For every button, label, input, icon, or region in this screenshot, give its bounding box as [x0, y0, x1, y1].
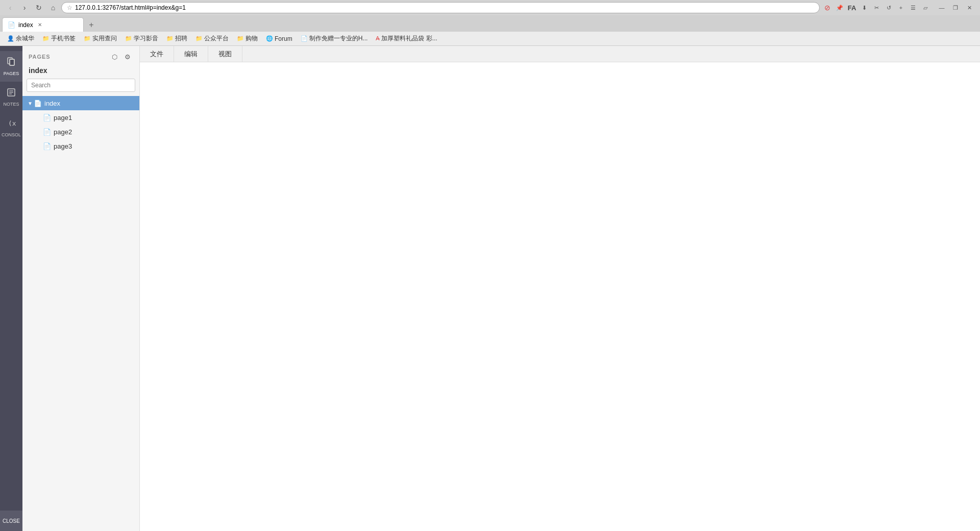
sidebar-item-pages[interactable]: PAGES: [0, 51, 22, 82]
bookmark-label-query: 实用查问: [92, 34, 117, 43]
notes-icon: [6, 87, 16, 100]
new-tab-button[interactable]: +: [85, 18, 98, 32]
bookmarks-bar: 👤 余城华 📁 手机书签 📁 实用查问 📁 学习影音 📁 招聘 📁 公众平台 📁…: [0, 32, 980, 46]
bookmark-icon-folder2: 📁: [84, 35, 91, 42]
menu-view[interactable]: 视图: [208, 46, 242, 62]
bookmark-label-doc2: 加厚塑料礼品袋 彩...: [381, 34, 437, 43]
tabs-row: 📄 index ✕ +: [0, 15, 980, 32]
forward-button[interactable]: ›: [18, 2, 31, 14]
bookmark-shop[interactable]: 📁 购物: [234, 33, 261, 44]
tree-item-page2[interactable]: ▶ 📄 page2: [22, 125, 139, 139]
address-input[interactable]: [75, 4, 814, 11]
svg-text:(x): (x): [8, 119, 16, 127]
svg-rect-1: [10, 59, 14, 65]
content-body: [140, 62, 980, 531]
bookmark-label-yuchenghua: 余城华: [16, 34, 34, 43]
pages-icon: [6, 57, 16, 69]
menu-file[interactable]: 文件: [140, 46, 174, 62]
close-label: CLOSE: [3, 518, 20, 524]
tree-arrow-index: ▼: [27, 101, 34, 106]
pages-panel-header: PAGES ⬡ ⚙: [22, 46, 139, 65]
tree-item-page3[interactable]: ▶ 📄 page3: [22, 139, 139, 153]
home-button[interactable]: ⌂: [47, 2, 59, 14]
sidebar-toggle-icon[interactable]: ▱: [920, 2, 931, 13]
tree-label-page3: page3: [54, 142, 72, 150]
restore-button[interactable]: ❐: [949, 2, 962, 14]
tree-item-index[interactable]: ▼ 📄 index: [22, 96, 139, 110]
tree-folder-icon-index: 📄: [34, 100, 42, 107]
close-button-bottom[interactable]: CLOSE: [0, 511, 22, 531]
bookmark-icon-doc1: 📄: [301, 35, 308, 42]
tab-title: index: [18, 21, 33, 29]
download-icon[interactable]: ⬇: [859, 2, 870, 13]
notes-label: NOTES: [3, 102, 19, 107]
search-box: [27, 79, 135, 92]
tree-file-icon-page1: 📄: [43, 114, 51, 122]
bookmark-icon-user: 👤: [7, 35, 14, 42]
close-button[interactable]: ✕: [963, 2, 976, 14]
extension-icon-3[interactable]: FA: [846, 2, 857, 13]
tree-file-icon-page2: 📄: [43, 128, 51, 136]
browser-window: ‹ › ↻ ⌂ ☆ ⊘ 📌 FA ⬇ ✂ ↺ + ☰ ▱ — ❐ ✕ 📄 ind…: [0, 0, 980, 531]
browser-tab-index[interactable]: 📄 index ✕: [2, 17, 84, 32]
pages-panel-actions: ⬡ ⚙: [109, 51, 133, 62]
scissors-icon[interactable]: ✂: [871, 2, 882, 13]
bookmark-doc2[interactable]: A̶ 加厚塑料礼品袋 彩...: [373, 33, 440, 44]
console-icon: (x): [6, 118, 16, 131]
bookmark-icon-doc2: A̶: [376, 35, 380, 42]
bookmark-icon-folder6: 📁: [237, 35, 244, 42]
tab-icon: 📄: [8, 21, 15, 29]
add-icon[interactable]: +: [895, 2, 906, 13]
bookmark-icon-folder1: 📁: [42, 35, 50, 42]
bookmark-learning[interactable]: 📁 学习影音: [122, 33, 161, 44]
back-button[interactable]: ‹: [4, 2, 16, 14]
toolbar-right: ⊘ 📌 FA ⬇ ✂ ↺ + ☰ ▱: [822, 2, 931, 13]
bookmark-icon-folder4: 📁: [166, 35, 174, 42]
tree-label-index: index: [44, 100, 60, 107]
tree-file-icon-page3: 📄: [43, 142, 51, 150]
bookmark-label-doc1: 制作免赠一专业的H...: [309, 34, 368, 43]
menu-lines-icon[interactable]: ☰: [908, 2, 919, 13]
bookmark-mobile[interactable]: 📁 手机书签: [39, 33, 79, 44]
pages-label: PAGES: [4, 71, 19, 76]
pages-panel-name: index: [22, 65, 139, 79]
pages-panel-title: PAGES: [29, 54, 51, 60]
search-input[interactable]: [31, 82, 131, 89]
console-label: CONSOL: [2, 132, 21, 137]
bookmark-label-platform: 公众平台: [204, 34, 229, 43]
tab-close-button[interactable]: ✕: [36, 21, 43, 29]
bookmark-label-learning: 学习影音: [134, 34, 158, 43]
bookmark-forum[interactable]: 🌐 Forum: [263, 34, 296, 43]
sidebar-icons: PAGES NOTES (x): [0, 46, 22, 531]
tree-container: ▼ 📄 index ▶ 📄 page1 ▶ 📄 page2: [22, 96, 139, 531]
sidebar-item-notes[interactable]: NOTES: [0, 82, 22, 112]
tree-item-page1[interactable]: ▶ 📄 page1: [22, 110, 139, 125]
title-bar: ‹ › ↻ ⌂ ☆ ⊘ 📌 FA ⬇ ✂ ↺ + ☰ ▱ — ❐ ✕: [0, 0, 980, 15]
reload-button[interactable]: ↻: [33, 2, 45, 14]
bookmark-label-forum: Forum: [275, 35, 292, 42]
bookmark-platform[interactable]: 📁 公众平台: [192, 33, 232, 44]
extension-icon-1[interactable]: ⊘: [822, 2, 833, 13]
bookmark-yuchenghua[interactable]: 👤 余城华: [4, 33, 37, 44]
main-area: PAGES NOTES (x): [0, 46, 980, 531]
content-area: 文件 编辑 视图: [140, 46, 980, 531]
bookmark-jobs[interactable]: 📁 招聘: [163, 33, 190, 44]
settings-button[interactable]: ⚙: [122, 51, 133, 62]
bookmark-query[interactable]: 📁 实用查问: [81, 33, 120, 44]
undo-icon[interactable]: ↺: [883, 2, 894, 13]
sidebar-item-console[interactable]: (x) CONSOL: [0, 112, 22, 143]
content-menubar: 文件 编辑 视图: [140, 46, 980, 62]
tree-label-page2: page2: [54, 128, 72, 136]
star-icon: ☆: [67, 4, 72, 11]
pages-panel: PAGES ⬡ ⚙ index ▼ 📄 index: [22, 46, 140, 531]
minimize-button[interactable]: —: [935, 2, 948, 14]
bookmark-label-jobs: 招聘: [175, 34, 187, 43]
tree-label-page1: page1: [54, 114, 72, 122]
menu-edit[interactable]: 编辑: [174, 46, 208, 62]
bookmark-icon-folder3: 📁: [125, 35, 132, 42]
bookmark-doc1[interactable]: 📄 制作免赠一专业的H...: [298, 33, 371, 44]
extension-icon-2[interactable]: 📌: [834, 2, 845, 13]
window-controls: — ❐ ✕: [935, 2, 976, 14]
export-button[interactable]: ⬡: [109, 51, 120, 62]
bookmark-icon-folder5: 📁: [195, 35, 203, 42]
